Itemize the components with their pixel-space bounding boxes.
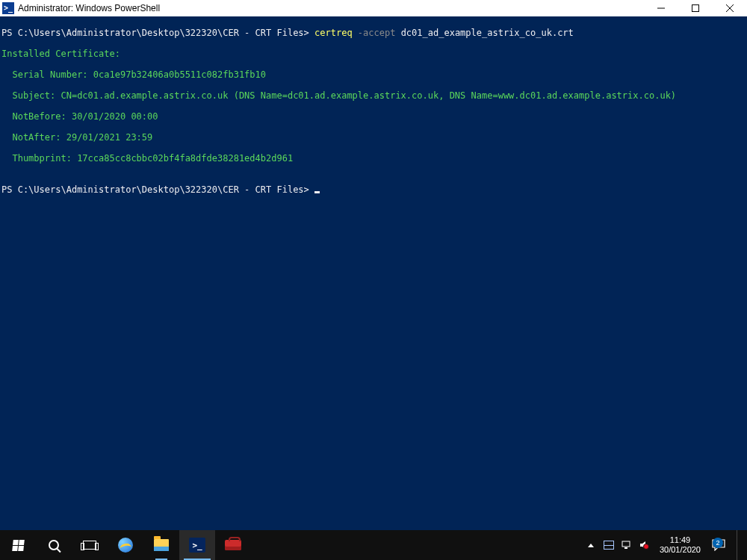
close-button[interactable] [713, 0, 747, 16]
file-explorer-icon [154, 539, 169, 551]
muted-indicator-icon [643, 544, 649, 550]
svg-rect-4 [622, 541, 630, 547]
cursor-icon [314, 191, 320, 193]
tray-date: 30/01/2020 [660, 545, 701, 555]
console-line: PS C:\Users\Administrator\Desktop\322320… [1, 28, 746, 38]
console-line: NotBefore: 30/01/2020 00:00 [1, 111, 746, 122]
taskbar-item-ie[interactable] [108, 530, 143, 560]
prompt-text: PS C:\Users\Administrator\Desktop\322320… [1, 184, 314, 195]
notification-badge: 2 [713, 538, 723, 548]
taskbar[interactable]: >_ 11:49 30/01/2020 2 [0, 530, 747, 560]
system-tray[interactable]: 11:49 30/01/2020 2 [579, 530, 747, 560]
server-icon [604, 541, 614, 550]
console-line: Thumbprint: 17cca85cc8cbbc02bf4fa8dfde38… [1, 153, 746, 164]
internet-explorer-icon [118, 538, 133, 553]
action-center-button[interactable]: 2 [710, 539, 728, 551]
task-view-icon [83, 541, 96, 550]
taskbar-spacer [251, 530, 579, 560]
powershell-icon: >_ [189, 538, 205, 553]
window-title: Administrator: Windows PowerShell [18, 3, 160, 13]
cmd-exe: certreq [314, 28, 353, 38]
tray-time: 11:49 [660, 535, 701, 545]
task-view-button[interactable] [72, 530, 108, 560]
prompt-text: PS C:\Users\Administrator\Desktop\322320… [1, 28, 314, 38]
network-icon [622, 541, 632, 550]
tray-server-icon[interactable] [603, 539, 615, 551]
console-line: Subject: CN=dc01.ad.example.astrix.co.uk… [1, 90, 746, 101]
taskbar-item-explorer[interactable] [143, 530, 179, 560]
powershell-icon: >_ [2, 2, 14, 14]
powershell-console[interactable]: PS C:\Users\Administrator\Desktop\322320… [0, 16, 747, 530]
tray-clock[interactable]: 11:49 30/01/2020 [657, 535, 704, 555]
console-line: PS C:\Users\Administrator\Desktop\322320… [1, 184, 746, 195]
toolbox-icon [225, 540, 241, 550]
start-button[interactable] [0, 530, 36, 560]
console-line: Serial Number: 0ca1e97b32406a0b5511c082f… [1, 69, 746, 80]
svg-rect-5 [624, 547, 627, 549]
cmd-arg: dc01_ad_example_astrix_co_uk.crt [395, 28, 573, 38]
windows-logo-icon [12, 540, 25, 551]
svg-rect-1 [692, 5, 699, 12]
minimize-button[interactable] [644, 0, 678, 16]
console-line: Installed Certificate: [1, 49, 746, 59]
tray-network-button[interactable] [621, 539, 633, 551]
show-desktop-button[interactable] [737, 530, 741, 560]
taskbar-item-powershell[interactable]: >_ [179, 530, 215, 560]
cmd-flag: -accept [353, 28, 396, 38]
console-line: NotAfter: 29/01/2021 23:59 [1, 132, 746, 143]
search-icon [49, 540, 59, 550]
taskbar-item-toolbox[interactable] [215, 530, 251, 560]
search-button[interactable] [36, 530, 72, 560]
window-titlebar[interactable]: >_ Administrator: Windows PowerShell [0, 0, 747, 16]
tray-overflow-button[interactable] [585, 539, 597, 551]
maximize-button[interactable] [678, 0, 713, 16]
tray-volume-button[interactable] [639, 539, 651, 551]
chevron-up-icon [588, 544, 594, 547]
